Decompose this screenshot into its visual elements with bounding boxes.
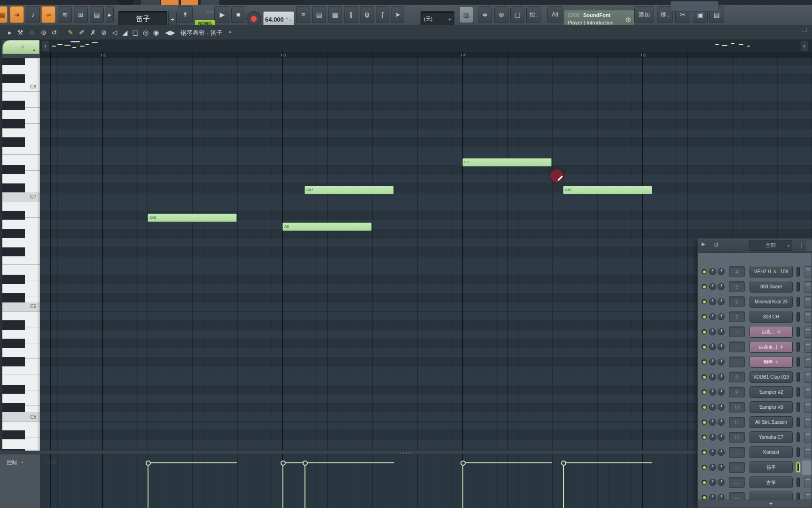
window-icon[interactable]: ▢ (510, 6, 524, 23)
channel-name-button[interactable]: 笛子 (750, 461, 793, 473)
pan-knob[interactable] (709, 358, 716, 365)
volume-knob[interactable] (718, 404, 725, 411)
pan-knob[interactable] (709, 449, 716, 456)
paint-brush-icon[interactable]: ✐ (77, 27, 87, 38)
channel-number[interactable]: 7 (729, 311, 745, 322)
channel-name-button[interactable]: 808 CH (750, 311, 793, 323)
channel-number[interactable]: 4 (729, 266, 745, 277)
scroll-left-button[interactable]: ‹ (41, 40, 49, 52)
channel-mute-led[interactable] (702, 435, 707, 440)
pan-knob[interactable] (709, 389, 716, 396)
step-cell-clipped[interactable] (804, 372, 812, 383)
channel-name-button[interactable]: Sampler #2 (750, 386, 793, 398)
channel-number[interactable]: 8 (729, 372, 745, 382)
step-cell-clipped[interactable] (804, 326, 812, 338)
volume-knob[interactable] (718, 479, 725, 486)
velocity-handle[interactable] (461, 460, 466, 466)
channel-mute-led[interactable] (702, 299, 707, 304)
options-arrow-icon[interactable]: ▸ (7, 27, 13, 38)
channel-mute-led[interactable] (702, 284, 707, 289)
channel-name-button[interactable]: Yamaha C7 (750, 431, 793, 443)
step-cell-clipped[interactable] (804, 387, 812, 398)
channel-mute-led[interactable] (702, 480, 707, 485)
velocity-stem[interactable] (462, 463, 463, 508)
channel-number[interactable]: 11 (729, 417, 745, 428)
step-cell-clipped[interactable] (804, 417, 812, 428)
velocity-stem[interactable] (563, 463, 564, 508)
add-channel-button[interactable]: + (769, 500, 773, 507)
midi-note[interactable]: A#6 (148, 214, 237, 222)
channel-number[interactable]: --- (729, 477, 745, 488)
split-by-channel-icon[interactable]: ⊞ (74, 6, 88, 23)
volume-knob[interactable] (718, 449, 725, 456)
play-icon[interactable]: ▶ (702, 241, 705, 246)
volume-knob[interactable] (718, 358, 725, 365)
delete-icon[interactable]: ✗ (88, 27, 98, 38)
velocity-handle[interactable] (281, 460, 286, 466)
file-icon[interactable]: ▤ (90, 6, 104, 23)
channel-select-indicator[interactable] (796, 402, 800, 412)
channel-number[interactable]: --- (729, 447, 745, 458)
pan-knob[interactable] (709, 268, 716, 275)
select-icon[interactable]: ▢ (131, 27, 140, 38)
velocity-stem[interactable] (304, 463, 305, 508)
detach-window-icon[interactable] (802, 28, 807, 32)
piano-roll-scroll-preview[interactable]: ‹ › (40, 40, 812, 52)
lane-splitter[interactable] (0, 451, 812, 454)
channel-mute-led[interactable] (702, 359, 707, 365)
channel-mute-led[interactable] (702, 314, 707, 319)
tap-tempo-icon[interactable]: ∫ (376, 6, 389, 23)
channel-select-indicator[interactable] (796, 342, 800, 352)
volume-knob[interactable] (718, 328, 725, 335)
file-dropdown-icon[interactable]: ▸ (106, 6, 114, 23)
channel-mute-led[interactable] (702, 329, 707, 334)
pan-knob[interactable] (709, 419, 716, 426)
piano-roll-icon[interactable]: ▤ (312, 6, 326, 23)
channel-select-indicator[interactable] (796, 327, 800, 337)
step-cell-clipped[interactable] (804, 341, 812, 353)
channel-name-button[interactable]: 白夜更..)✛ (750, 341, 793, 353)
pan-knob[interactable] (709, 283, 716, 290)
channel-name-button[interactable]: 白夜..,✛ (750, 326, 793, 338)
step-cell-clipped[interactable] (804, 402, 812, 413)
step-cell-clipped[interactable] (804, 296, 812, 308)
channel-name-button[interactable]: 钢琴✛ (750, 356, 793, 368)
velocity-handle[interactable] (146, 460, 151, 466)
playback-icon[interactable]: ◉ (151, 27, 161, 38)
draw-pencil-icon[interactable]: ✎ (65, 27, 76, 38)
channel-mute-led[interactable] (702, 344, 707, 349)
preset-selector[interactable]: (无) ▸ (421, 11, 454, 26)
channel-name-button[interactable]: All Stri..Sustain (750, 416, 793, 428)
pan-knob[interactable] (709, 328, 716, 335)
channel-number[interactable]: 10 (729, 402, 745, 413)
shop-icon[interactable]: ▥ (459, 6, 473, 23)
record-button[interactable] (246, 11, 261, 26)
scroll-right-button[interactable]: › (800, 40, 808, 52)
slice-icon[interactable]: ◢ (120, 27, 130, 38)
channel-mute-led[interactable] (702, 389, 707, 395)
arrow-right-icon[interactable]: ➜ (10, 6, 24, 23)
volume-knob[interactable] (718, 268, 725, 275)
undo-icon[interactable]: ↺ (714, 241, 719, 248)
channel-number[interactable]: 9 (729, 387, 745, 397)
pan-knob[interactable] (709, 313, 716, 320)
channel-number[interactable]: 12 (729, 432, 745, 443)
pan-knob[interactable] (709, 464, 716, 471)
channel-select-indicator[interactable] (796, 282, 800, 292)
volume-knob[interactable] (718, 419, 725, 426)
step-cell-clipped[interactable] (804, 281, 812, 293)
volume-knob[interactable] (718, 373, 725, 381)
tempo-spinner-icon[interactable]: ⌃⌄ (285, 17, 292, 22)
volume-knob[interactable] (718, 464, 725, 471)
channel-number[interactable]: --- (729, 357, 745, 367)
piano-roll-title[interactable]: 钢琴卷帘 - 笛子 (180, 29, 223, 37)
play-icon[interactable]: ▶ (214, 6, 230, 23)
piano-black-keys[interactable] (2, 58, 25, 451)
channel-mute-led[interactable] (702, 405, 707, 410)
channel-select-indicator[interactable] (796, 387, 800, 397)
kebab-menu-icon[interactable]: ⋮ (798, 241, 804, 248)
alt-button[interactable]: Alt (547, 6, 562, 23)
channel-name-button[interactable]: Minimal Kick 24 (750, 296, 793, 308)
tools-wrench-icon[interactable]: ⚒ (15, 27, 25, 38)
mute-speaker-icon[interactable]: ◁ (109, 27, 120, 38)
